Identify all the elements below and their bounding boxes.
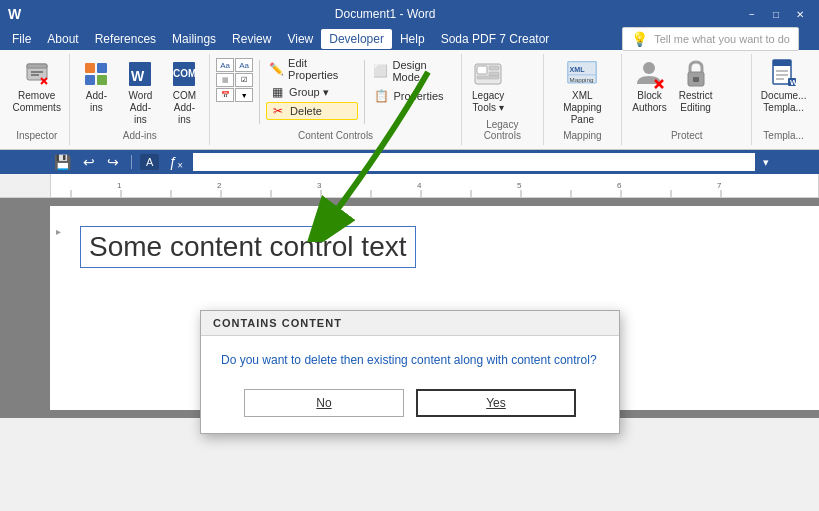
- design-mode-label: Design Mode: [392, 59, 452, 83]
- title-bar: W Document1 - Word − □ ✕: [0, 0, 819, 28]
- app-icon: W: [8, 6, 21, 22]
- ribbon-group-legacy: LegacyTools ▾ Legacy Controls: [462, 54, 544, 145]
- menu-item-help[interactable]: Help: [392, 29, 433, 49]
- menu-right: 💡 Tell me what you want to do: [622, 27, 815, 51]
- legacy-tools-icon: [472, 58, 504, 90]
- svg-rect-6: [85, 63, 95, 73]
- inspector-group-label: Inspector: [10, 130, 63, 143]
- svg-rect-36: [51, 174, 818, 197]
- save-qa-button[interactable]: 💾: [50, 152, 75, 172]
- svg-rect-28: [693, 77, 699, 82]
- svg-rect-15: [477, 66, 487, 74]
- ruler: 1 2 3 4 5 6 7: [50, 174, 819, 197]
- content-controls-buttons: Aa Aa ▦ ☑ 📅 ▼ ✏️ Edit Properties: [216, 56, 455, 128]
- addins-buttons: Add-ins W WordAdd-ins CO: [76, 56, 203, 128]
- svg-rect-18: [477, 76, 499, 79]
- group-label: Group ▾: [289, 86, 329, 99]
- edit-properties-button[interactable]: ✏️ Edit Properties: [266, 56, 357, 82]
- design-mode-button[interactable]: ⬜ Design Mode: [370, 58, 455, 84]
- dialog-contains-content: CONTAINS CONTENT Do you want to delete t…: [200, 310, 620, 434]
- ribbon-group-content-controls: Aa Aa ▦ ☑ 📅 ▼ ✏️ Edit Properties: [210, 54, 462, 145]
- dialog-no-label: No: [316, 396, 331, 410]
- edit-properties-icon: ✏️: [269, 62, 284, 76]
- block-authors-button[interactable]: BlockAuthors: [628, 56, 670, 116]
- xml-mapping-button[interactable]: XML Mapping XML MappingPane: [550, 56, 616, 128]
- ribbon-group-mapping: XML Mapping XML MappingPane Mapping: [544, 54, 623, 145]
- svg-rect-1: [27, 64, 47, 68]
- remove-comments-button[interactable]: RemoveComments: [10, 56, 63, 116]
- menu-item-file[interactable]: File: [4, 29, 39, 49]
- delete-button[interactable]: ✂ Delete: [266, 102, 357, 120]
- restore-button[interactable]: □: [765, 5, 787, 23]
- window-controls: − □ ✕: [741, 5, 811, 23]
- svg-text:6: 6: [617, 181, 622, 190]
- properties-label: Properties: [393, 90, 443, 102]
- tell-me-search[interactable]: 💡 Tell me what you want to do: [622, 27, 799, 51]
- legacy-tools-button[interactable]: LegacyTools ▾: [468, 56, 508, 116]
- ruler-svg: 1 2 3 4 5 6 7: [51, 174, 818, 197]
- ruler-left-side: [0, 174, 50, 197]
- xml-mapping-icon: XML Mapping: [566, 58, 598, 90]
- redo-qa-button[interactable]: ↪: [103, 152, 123, 172]
- menu-item-references[interactable]: References: [87, 29, 164, 49]
- content-control-text: Some content control text: [89, 231, 407, 262]
- restrict-editing-button[interactable]: RestrictEditing: [675, 56, 717, 116]
- dialog-yes-button[interactable]: Yes: [416, 389, 576, 417]
- svg-text:W: W: [131, 68, 145, 84]
- lightbulb-icon: 💡: [631, 31, 648, 47]
- dialog-no-button[interactable]: No: [244, 389, 404, 417]
- delete-icon: ✂: [270, 104, 286, 118]
- menu-item-mailings[interactable]: Mailings: [164, 29, 224, 49]
- svg-text:7: 7: [717, 181, 722, 190]
- menu-bar: File About References Mailings Review Vi…: [0, 28, 819, 50]
- word-icon: W: [124, 58, 156, 90]
- menu-item-soda[interactable]: Soda PDF 7 Creator: [433, 29, 558, 49]
- svg-text:COM: COM: [173, 68, 196, 79]
- cc-actions: ✏️ Edit Properties ▦ Group ▾ ✂ Delete: [266, 56, 357, 120]
- svg-rect-17: [489, 72, 499, 76]
- control-icons-grid: Aa Aa ▦ ☑ 📅 ▼: [216, 58, 253, 102]
- word-add-ins-button[interactable]: W WordAdd-ins: [120, 56, 160, 128]
- dialog-buttons: No Yes: [221, 389, 599, 417]
- svg-text:4: 4: [417, 181, 422, 190]
- formula-bar[interactable]: [193, 153, 755, 171]
- addins-group-label: Add-ins: [76, 130, 203, 143]
- ribbon-group-protect: BlockAuthors RestrictEditing Protect: [622, 54, 752, 145]
- menu-item-review[interactable]: Review: [224, 29, 279, 49]
- qa-dropdown[interactable]: ▾: [763, 156, 769, 169]
- document-template-icon: W: [768, 58, 800, 90]
- add-ins-button[interactable]: Add-ins: [76, 56, 116, 116]
- remove-comments-icon: [21, 58, 53, 90]
- group-icon: ▦: [269, 85, 285, 99]
- menu-item-about[interactable]: About: [39, 29, 86, 49]
- window-title: Document1 - Word: [29, 7, 741, 21]
- close-button[interactable]: ✕: [789, 5, 811, 23]
- name-box[interactable]: A: [140, 154, 159, 170]
- ribbon-group-inspector: RemoveComments Inspector: [4, 54, 70, 145]
- page-marker: ▸: [56, 226, 61, 237]
- content-control[interactable]: Some content control text: [80, 226, 416, 268]
- block-authors-label: BlockAuthors: [632, 90, 666, 114]
- content-controls-group-label: Content Controls: [216, 130, 455, 143]
- svg-text:2: 2: [217, 181, 222, 190]
- com-add-ins-label: COMAdd-ins: [168, 90, 200, 126]
- menu-item-developer[interactable]: Developer: [321, 29, 392, 49]
- svg-text:3: 3: [317, 181, 322, 190]
- separator-2: [364, 60, 365, 124]
- document-template-button[interactable]: W Docume...Templa...: [758, 56, 809, 116]
- properties-button[interactable]: 📋 Properties: [370, 88, 455, 104]
- minimize-button[interactable]: −: [741, 5, 763, 23]
- com-add-ins-button[interactable]: COM COMAdd-ins: [164, 56, 204, 128]
- control-icon-2: Aa: [235, 58, 253, 72]
- com-icon: COM: [168, 58, 200, 90]
- design-mode-icon: ⬜: [373, 64, 388, 78]
- group-button[interactable]: ▦ Group ▾: [266, 84, 357, 100]
- control-icon-5: 📅: [216, 88, 234, 102]
- svg-rect-7: [97, 63, 107, 73]
- menu-item-view[interactable]: View: [279, 29, 321, 49]
- mapping-buttons: XML Mapping XML MappingPane: [550, 56, 616, 128]
- undo-qa-button[interactable]: ↩: [79, 152, 99, 172]
- svg-text:5: 5: [517, 181, 522, 190]
- tell-me-placeholder: Tell me what you want to do: [654, 33, 790, 45]
- ribbon-groups: RemoveComments Inspector Add: [0, 54, 819, 145]
